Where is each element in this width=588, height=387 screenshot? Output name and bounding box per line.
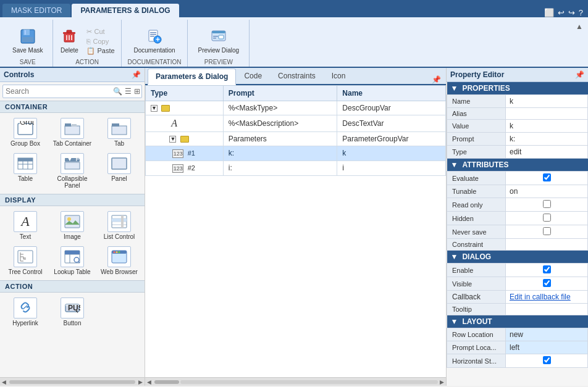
horizontal-stretch-checkbox[interactable]	[543, 356, 551, 364]
prop-row-constraint[interactable]: Constraint	[447, 239, 588, 251]
hscroll-left-arrow[interactable]: ◀	[0, 379, 8, 385]
ribbon-collapse-button[interactable]: ▲	[573, 20, 586, 33]
help-icon[interactable]: ?	[579, 8, 583, 17]
prop-row-enable[interactable]: Enable	[447, 264, 588, 277]
control-label-list-control: List Control	[104, 233, 135, 240]
hidden-checkbox[interactable]	[543, 214, 551, 222]
expand-icon-0[interactable]: ▼	[151, 105, 158, 112]
tab-icon[interactable]: Icon	[324, 68, 354, 84]
list-view-icon[interactable]: ☰	[124, 87, 133, 96]
tab-mask-editor[interactable]: MASK EDITOR	[2, 4, 70, 17]
right-panel-pin-icon[interactable]: 📌	[575, 70, 584, 79]
center-panel-pin-icon[interactable]: 📌	[429, 75, 443, 84]
search-input[interactable]	[3, 85, 112, 98]
control-item-table[interactable]: Table	[2, 151, 48, 191]
prop-row-hidden[interactable]: Hidden	[447, 212, 588, 225]
control-label-table: Table	[18, 175, 33, 182]
paste-button[interactable]: 📋 Paste	[84, 46, 117, 56]
control-item-list-control[interactable]: List Control	[96, 209, 142, 243]
save-mask-button[interactable]: Save Mask	[9, 25, 46, 55]
evaluate-checkbox[interactable]	[543, 173, 551, 181]
window-icon-1[interactable]: ⬜	[544, 8, 554, 17]
svg-text:▼ Panel: ▼ Panel	[66, 156, 81, 163]
text-type-icon: A	[171, 118, 177, 128]
prop-row-readonly[interactable]: Read only	[447, 198, 588, 212]
prop-row-tunable[interactable]: Tunable on	[447, 185, 588, 198]
delete-label: Delete	[61, 47, 78, 54]
documentation-label: Documentation	[133, 47, 175, 54]
prop-row-prompt-location[interactable]: Prompt Loca... left	[447, 341, 588, 354]
center-hscroll-right[interactable]: ▶	[438, 379, 446, 385]
section-attributes: ▼ ATTRIBUTES	[447, 159, 588, 172]
table-row[interactable]: A %<MaskDescription> DescTextVar	[146, 115, 446, 132]
svg-rect-6	[67, 30, 72, 33]
svg-rect-18	[213, 36, 218, 37]
tab-code[interactable]: Code	[236, 68, 270, 84]
controls-panel: Controls 📌 🔍 ☰ ⊞ CONTAINER Gro	[0, 68, 145, 386]
svg-rect-1	[23, 30, 30, 35]
expand-icon-2[interactable]: ▼	[169, 136, 176, 143]
control-label-text: Text	[20, 233, 31, 240]
prop-row-row-location[interactable]: Row Location new	[447, 328, 588, 341]
prop-row-evaluate[interactable]: Evaluate	[447, 172, 588, 185]
enable-checkbox[interactable]	[543, 265, 551, 273]
control-item-image[interactable]: Image	[49, 209, 95, 243]
control-item-group-box[interactable]: Group Group Box	[2, 115, 48, 149]
prop-row-type[interactable]: Type edit	[447, 146, 588, 159]
svg-rect-46	[121, 215, 124, 228]
control-label-image: Image	[64, 233, 81, 240]
control-item-collapsible[interactable]: ▼ Panel Collapsible Panel	[49, 151, 95, 191]
svg-rect-19	[213, 38, 216, 39]
hscroll-right-arrow[interactable]: ▶	[136, 379, 145, 385]
section-header-display: DISPLAY	[0, 194, 145, 206]
never-save-checkbox[interactable]	[543, 227, 551, 235]
readonly-checkbox[interactable]	[543, 200, 551, 208]
svg-text:+: +	[156, 35, 160, 44]
ribbon-group-action: Delete ✂ Cut ⎘ Copy 📋 Paste ACTION	[53, 20, 121, 67]
center-hscroll-left[interactable]: ◀	[145, 379, 153, 385]
visible-checkbox[interactable]	[543, 279, 551, 287]
control-item-button[interactable]: PUSH Button	[49, 295, 95, 329]
prop-row-visible[interactable]: Visible	[447, 277, 588, 291]
prop-row-tooltip[interactable]: Tooltip	[447, 304, 588, 315]
tab-parameters-dialog[interactable]: Parameters & Dialog	[148, 69, 236, 85]
documentation-button[interactable]: + Documentation	[130, 25, 178, 55]
control-item-lookup-table[interactable]: Lookup Table	[49, 244, 95, 278]
callback-link[interactable]: Edit in callback file	[510, 293, 571, 301]
delete-button[interactable]: Delete	[57, 25, 82, 55]
prop-row-value[interactable]: Value k	[447, 120, 588, 133]
control-item-tab-container[interactable]: Tab Container	[49, 115, 95, 149]
control-item-tree-control[interactable]: Tree Control	[2, 244, 48, 278]
control-item-panel[interactable]: Panel	[96, 151, 142, 191]
control-item-web-browser[interactable]: Web Browser	[96, 244, 142, 278]
redo-icon[interactable]: ↪	[568, 8, 575, 17]
control-item-hyperlink[interactable]: Hyperlink	[2, 295, 48, 329]
section-header-action: ACTION	[0, 280, 145, 293]
search-icon[interactable]: 🔍	[112, 87, 124, 96]
prop-row-callback[interactable]: Callback Edit in callback file	[447, 291, 588, 304]
copy-button[interactable]: ⎘ Copy	[84, 37, 117, 46]
prop-row-prompt[interactable]: Prompt k:	[447, 133, 588, 146]
cut-button[interactable]: ✂ Cut	[84, 27, 117, 36]
svg-rect-13	[150, 36, 154, 37]
tab-constraints[interactable]: Constraints	[270, 68, 324, 84]
svg-text:PUSH: PUSH	[68, 304, 80, 312]
table-row[interactable]: 123 #1 k: k	[146, 146, 446, 161]
grid-view-icon[interactable]: ⊞	[133, 87, 141, 96]
table-row[interactable]: 123 #2 i: i	[146, 160, 446, 175]
section-header-container: CONTAINER	[0, 101, 145, 113]
prop-row-never-save[interactable]: Never save	[447, 225, 588, 239]
control-item-text[interactable]: A Text	[2, 209, 48, 243]
undo-icon[interactable]: ↩	[558, 8, 565, 17]
svg-rect-39	[65, 215, 80, 228]
control-item-tab[interactable]: Tab	[96, 115, 142, 149]
prop-row-alias[interactable]: Alias	[447, 108, 588, 120]
table-row[interactable]: ▼ %<MaskType> DescGroupVar	[146, 101, 446, 115]
svg-rect-11	[150, 32, 156, 33]
prop-row-horizontal-stretch[interactable]: Horizontal St...	[447, 354, 588, 368]
panel-pin-icon[interactable]: 📌	[132, 70, 141, 79]
table-row[interactable]: ▼ Parameters ParameterGroupVar	[146, 132, 446, 146]
prop-row-name[interactable]: Name k	[447, 95, 588, 108]
preview-dialog-button[interactable]: Preview Dialog	[194, 25, 243, 55]
tab-parameters-dialog[interactable]: PARAMETERS & DIALOG	[72, 4, 178, 17]
